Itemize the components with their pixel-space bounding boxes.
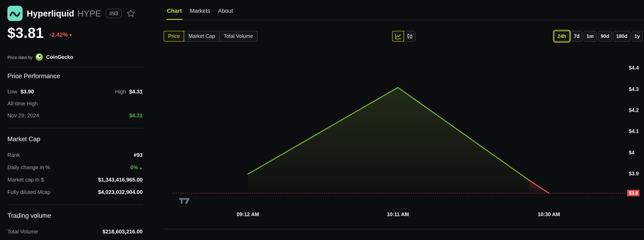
tab-about[interactable]: About [218,0,234,20]
section-title-trading-volume: Trading volume [8,212,142,219]
stat-value: 0%▲ [130,164,142,170]
current-price-badge: $3.8 [627,190,640,196]
range-180d-button[interactable]: 180d [614,31,630,42]
attribution-text: Price data by [8,55,33,59]
attribution: Price data by CoinGecko [8,53,142,61]
divider [8,128,142,129]
coin-name: Hyperliquid [27,9,74,18]
range-90d-button[interactable]: 90d [598,31,612,42]
crypto-price-widget: Hyperliquid HYPE #93 $3.81 -2.42%▼ Price… [0,0,644,240]
stat-value: $4,023,032,904.00 [98,189,142,195]
ath-label: All-time High [8,100,38,107]
divider [8,205,142,205]
stat-label: Rank [8,152,20,158]
hyperliquid-logo-icon [8,6,22,21]
metric-total-volume-button[interactable]: Total Volume [219,31,258,42]
high-value: $4.31 [129,88,142,95]
down-arrow-icon: ▼ [69,33,73,38]
line-chart-icon[interactable] [392,31,404,42]
price-block: $3.81 -2.42%▼ [8,25,142,41]
price-line-chart[interactable] [172,47,626,208]
stat-row-market-cap: Market cap in $ $1,343,416,965.00 [8,177,142,183]
y-axis-label: $4.4 [629,65,644,71]
metric-price-button[interactable]: Price [164,31,184,42]
stat-label: Market cap in $ [8,177,44,183]
low-value: $3.90 [20,88,34,95]
metric-toggle-group: Price Market Cap Total Volume [164,31,258,42]
current-price: $3.81 [8,25,44,41]
ath-row: Nov 29, 2024 $4.31 [8,112,142,118]
metric-market-cap-button[interactable]: Market Cap [184,31,220,42]
stat-value: $218,603,216.00 [102,228,142,235]
stat-label: Total Volume [8,228,38,235]
time-range-group: 24h 7d 1m 90d 180d 1y [554,31,643,42]
y-axis-label: $4.3 [629,86,644,92]
y-axis-label: $4.1 [629,129,644,135]
divider [163,229,644,229]
tradingview-logo-icon [179,196,190,204]
price-change: -2.42%▼ [50,31,73,38]
x-axis-label: 10:30 AM [530,212,567,217]
y-axis-label: $3.9 [629,171,644,177]
stat-value: #93 [134,152,142,158]
ath-value: $4.31 [129,112,142,118]
stat-row-rank: Rank #93 [8,152,142,158]
attribution-brand: CoinGecko [46,54,73,60]
sidebar: Hyperliquid HYPE #93 $3.81 -2.42%▼ Price… [0,0,154,240]
coin-header: Hyperliquid HYPE #93 [8,6,142,21]
stat-row-fdv: Fully diluted Mcap $4,023,032,904.00 [8,189,142,195]
high-label: High [115,88,126,95]
stat-label: Fully diluted Mcap [8,189,50,195]
x-axis-label: 10:11 AM [379,212,416,217]
y-axis-label: $4.2 [629,107,644,113]
coingecko-logo-icon [36,53,43,61]
candlestick-chart-icon[interactable] [404,31,416,42]
section-title-price-performance: Price Performance [8,72,142,80]
stat-label: Daily change in % [8,164,50,170]
tab-chart[interactable]: Chart [166,0,182,20]
stat-value: $1,343,416,965.00 [98,177,142,183]
favorite-star-icon[interactable] [127,9,136,18]
low-high-row: Low $3.90 High $4.31 [8,88,142,95]
chart-style-toggle-group [392,31,416,42]
divider [163,20,644,20]
y-axis-label: $4 [629,150,644,155]
ath-date: Nov 29, 2024 [8,112,39,118]
coin-symbol: HYPE [78,9,101,18]
stat-row-total-volume: Total Volume $218,603,216.00 [8,228,142,235]
range-1y-button[interactable]: 1y [632,31,643,42]
tab-markets[interactable]: Markets [189,0,211,20]
ath-label-row: All-time High [8,100,142,107]
x-axis-label: 09:12 AM [229,212,266,217]
range-7d-button[interactable]: 7d [571,31,582,42]
low-label: Low [8,88,17,95]
up-arrow-icon: ▲ [139,166,142,170]
main-tabs: Chart Markets About [166,0,234,20]
range-24h-button[interactable]: 24h [554,31,570,42]
rank-badge: #93 [106,9,122,18]
section-title-market-cap: Market Cap [8,136,142,143]
stat-row-daily-change: Daily change in % 0%▲ [8,164,142,170]
range-1m-button[interactable]: 1m [584,31,597,42]
divider [8,67,142,67]
